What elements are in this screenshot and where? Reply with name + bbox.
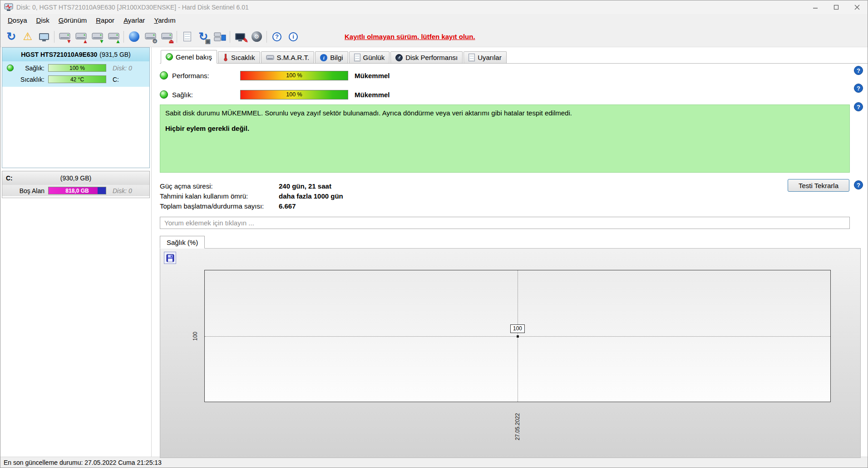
chart-tab-health[interactable]: Sağlık (%) bbox=[160, 236, 205, 249]
health-label: Sağlık: bbox=[172, 91, 240, 99]
help-status-icon[interactable]: ? bbox=[854, 102, 863, 111]
stat-label: Güç açma süresi: bbox=[160, 182, 279, 190]
tab-uyarilar[interactable]: Uyarılar bbox=[464, 51, 507, 63]
log-document-icon bbox=[354, 54, 360, 61]
partition-size: (930,9 GB) bbox=[2, 174, 149, 182]
comment-input[interactable] bbox=[160, 217, 850, 229]
performance-label: Performans: bbox=[172, 72, 240, 80]
help-performance-icon[interactable]: ? bbox=[854, 66, 863, 75]
health-row: Sağlık: 100 % Mükemmel bbox=[160, 87, 868, 102]
refresh-icon[interactable]: ↻ bbox=[3, 29, 20, 45]
app-window: Disk: 0, HGST HTS721010A9E630 [JR100XD30… bbox=[0, 0, 868, 468]
disk-eject-icon[interactable]: ⏏ bbox=[158, 29, 175, 45]
disk-panel-summary: Sağlık: 100 % Disk: 0 Sıcaklık: 42 °C C: bbox=[2, 61, 149, 87]
tab-bilgi[interactable]: i Bilgi bbox=[315, 51, 348, 63]
gauge-icon bbox=[395, 54, 403, 61]
refresh-disks-icon[interactable]: ↻▣ bbox=[195, 29, 212, 45]
close-button[interactable] bbox=[847, 0, 868, 14]
tab-bar: ✓ Genel bakış Sıcaklık S.M.A.R.T. i bbox=[160, 50, 868, 64]
tab-label: Disk Performansı bbox=[405, 54, 458, 61]
network-disks-icon[interactable] bbox=[212, 29, 228, 45]
tab-smart[interactable]: S.M.A.R.T. bbox=[261, 51, 315, 63]
toolbar-separator bbox=[54, 31, 54, 43]
disk-icon bbox=[266, 55, 274, 61]
disk-test-down-icon[interactable]: ▼ bbox=[89, 29, 105, 45]
sidebar-partition-panel[interactable]: (930,9 GB) C: Boş Alan 818,0 GB Disk: 0 bbox=[2, 171, 150, 198]
tab-label: Bilgi bbox=[330, 54, 343, 61]
disk-health-row: Sağlık: 100 % Disk: 0 bbox=[2, 62, 149, 74]
chart-plot-area: 100 bbox=[204, 270, 831, 402]
temp-bar: 42 °C bbox=[48, 75, 106, 83]
disk-action-text: Hiçbir eylem gerekli değil. bbox=[165, 124, 844, 132]
menu-bar: Dosya Disk Görünüm Rapor Ayarlar Yardım bbox=[0, 14, 868, 26]
menu-dosya[interactable]: Dosya bbox=[3, 15, 32, 25]
options-gear-icon[interactable]: ⚙ bbox=[248, 29, 265, 45]
minimize-button[interactable] bbox=[805, 0, 826, 14]
stat-value: 240 gün, 21 saat bbox=[279, 182, 331, 190]
free-space-label: Boş Alan bbox=[14, 187, 44, 194]
content-area: HGST HTS721010A9E630 (931,5 GB) Sağlık: … bbox=[0, 47, 868, 457]
disk-add-icon[interactable]: ▲ bbox=[73, 29, 89, 45]
menu-yardim[interactable]: Yardım bbox=[149, 15, 180, 25]
maximize-button[interactable] bbox=[826, 0, 847, 14]
status-bar: En son güncelleme durumu: 27.05.2022 Cum… bbox=[0, 457, 868, 468]
disk-gear-icon[interactable]: ⚙ bbox=[142, 29, 158, 45]
help-health-icon[interactable]: ? bbox=[854, 84, 863, 93]
health-bar: 100 % bbox=[240, 90, 348, 100]
chart-x-tick-date: 27.05.2022 bbox=[514, 406, 521, 447]
stat-value: daha fazla 1000 gün bbox=[279, 192, 343, 200]
menu-disk[interactable]: Disk bbox=[32, 15, 54, 25]
disk-test-up-icon[interactable]: ▲ bbox=[105, 29, 122, 45]
disk-panel-header: HGST HTS721010A9E630 (931,5 GB) bbox=[2, 48, 149, 61]
disk-status-text: Sabit disk durumu MÜKEMMEL. Sorunlu veya… bbox=[165, 109, 844, 117]
globe-disk-icon[interactable] bbox=[126, 29, 142, 45]
sidebar: HGST HTS721010A9E630 (931,5 GB) Sağlık: … bbox=[0, 47, 152, 457]
tab-gunluk[interactable]: Günlük bbox=[349, 51, 390, 63]
info-icon[interactable]: i bbox=[285, 29, 301, 45]
health-led-icon bbox=[7, 65, 14, 71]
tab-genel-bakis[interactable]: ✓ Genel bakış bbox=[161, 50, 217, 64]
disk-remove-icon[interactable]: ▼ bbox=[56, 29, 73, 45]
help-icon[interactable]: ? bbox=[269, 29, 285, 45]
performance-row: Performans: 100 % Mükemmel bbox=[160, 68, 868, 83]
retest-button[interactable]: Testi Tekrarla bbox=[788, 179, 849, 192]
tab-label: Sıcaklık bbox=[231, 54, 255, 61]
tab-label: Genel bakış bbox=[176, 53, 212, 61]
disk-name: HGST HTS721010A9E630 bbox=[21, 51, 97, 58]
register-notice-link[interactable]: Kayıtlı olmayan sürüm, lütfen kayıt olun… bbox=[345, 33, 475, 40]
report-document-icon[interactable] bbox=[179, 29, 195, 45]
temp-label: Sıcaklık: bbox=[14, 76, 44, 83]
performance-bar: 100 % bbox=[240, 71, 348, 80]
stat-label: Toplam başlatma/durdurma sayısı: bbox=[160, 202, 279, 210]
tab-sicaklik[interactable]: Sıcaklık bbox=[218, 51, 260, 63]
chart-y-tick: 100 bbox=[192, 327, 198, 346]
tab-disk-performansi[interactable]: Disk Performansı bbox=[390, 51, 463, 63]
disk-temp-row: Sıcaklık: 42 °C C: bbox=[2, 74, 149, 85]
health-label: Sağlık: bbox=[14, 65, 44, 72]
status-bar-text: En son güncelleme durumu: 27.05.2022 Cum… bbox=[4, 459, 162, 466]
free-space-bar: 818,0 GB bbox=[48, 187, 106, 194]
disk-panel-empty bbox=[2, 87, 149, 168]
save-chart-button[interactable] bbox=[164, 252, 176, 264]
stat-label: Tahmini kalan kullanım ömrü: bbox=[160, 192, 279, 200]
monitor-edit-icon[interactable]: ✎ bbox=[232, 29, 248, 45]
stat-value: 6.667 bbox=[279, 202, 296, 210]
menu-ayarlar[interactable]: Ayarlar bbox=[119, 15, 149, 25]
menu-rapor[interactable]: Rapor bbox=[91, 15, 119, 25]
partition-panel-header: (930,9 GB) C: bbox=[2, 171, 149, 185]
app-icon bbox=[4, 3, 13, 12]
floppy-icon bbox=[166, 254, 174, 262]
sidebar-disk-panel[interactable]: HGST HTS721010A9E630 (931,5 GB) Sağlık: … bbox=[2, 47, 150, 168]
monitor-icon[interactable] bbox=[36, 29, 52, 45]
tab-label: Günlük bbox=[363, 54, 385, 61]
help-retest-icon[interactable]: ? bbox=[854, 180, 863, 189]
tab-label: S.M.A.R.T. bbox=[277, 54, 310, 61]
main-panel: ✓ Genel bakış Sıcaklık S.M.A.R.T. i bbox=[152, 47, 868, 457]
info-circle-icon: i bbox=[320, 54, 327, 61]
menu-gorunum[interactable]: Görünüm bbox=[54, 15, 92, 25]
warning-settings-icon[interactable]: ⚠ bbox=[20, 29, 36, 45]
disk-stats: Güç açma süresi: 240 gün, 21 saat Tahmin… bbox=[160, 181, 868, 211]
performance-led-icon bbox=[160, 71, 168, 80]
health-led-icon bbox=[160, 90, 168, 99]
disk-number: Disk: 0 bbox=[113, 65, 132, 72]
